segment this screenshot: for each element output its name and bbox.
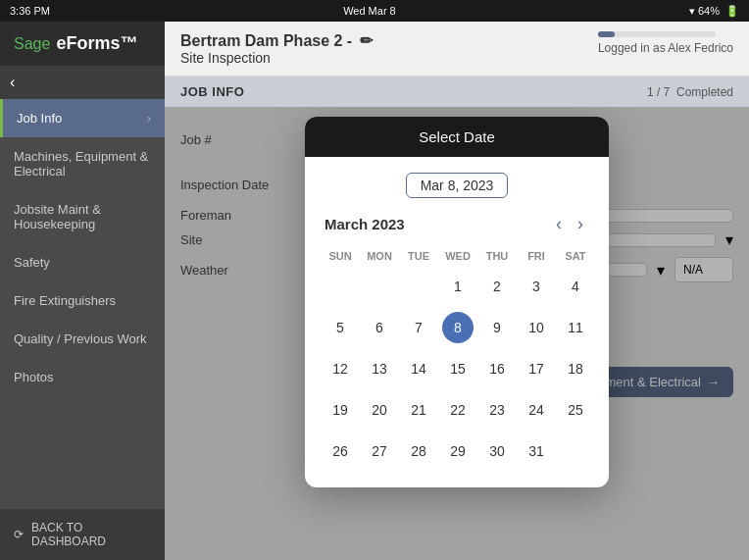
calendar-day-11[interactable]: 11: [556, 307, 595, 348]
calendar-week-row: 262728293031: [321, 431, 595, 472]
calendar-day-30[interactable]: 30: [477, 431, 517, 472]
calendar-empty-cell: [556, 431, 595, 472]
calendar-nav-buttons: ‹ ›: [550, 212, 589, 236]
calendar-day-18[interactable]: 18: [556, 348, 595, 389]
calendar-month-year: March 2023: [325, 216, 405, 232]
wifi-icon: ▾ 64%: [689, 5, 720, 18]
calendar-day-12[interactable]: 12: [321, 348, 360, 389]
calendar-next-button[interactable]: ›: [572, 212, 589, 236]
logo-text: eForms™: [56, 33, 137, 54]
calendar-day-14[interactable]: 14: [399, 348, 438, 389]
status-date: Wed Mar 8: [343, 5, 396, 17]
calendar-day-17[interactable]: 17: [517, 348, 556, 389]
weekday-mon: MON: [360, 246, 399, 266]
sidebar-item-label: Job Info: [17, 111, 62, 126]
calendar-day-29[interactable]: 29: [438, 431, 477, 472]
calendar-prev-button[interactable]: ‹: [550, 212, 568, 236]
selected-date-badge: Mar 8, 2023: [406, 173, 509, 198]
sidebar: Sage eForms™ ‹ Job Info › Machines, Equi…: [0, 22, 165, 560]
logged-in-label: Logged in as Alex Fedrico: [598, 41, 733, 55]
sidebar-item-jobsite[interactable]: Jobsite Maint & Housekeeping: [0, 190, 165, 243]
calendar-week-row: 19202122232425: [321, 389, 595, 431]
sidebar-item-label: Photos: [14, 370, 53, 384]
calendar-overlay: Select Date Mar 8, 2023 March 2023 ‹ ›: [165, 107, 749, 560]
calendar-day-8[interactable]: 8: [438, 307, 477, 348]
calendar-day-20[interactable]: 20: [360, 389, 399, 431]
sidebar-item-label: Safety: [14, 255, 50, 270]
calendar-day-24[interactable]: 24: [517, 389, 556, 431]
calendar-week-row: 1234: [321, 266, 595, 307]
calendar-empty-cell: [321, 266, 360, 307]
battery-icon: 🔋: [725, 5, 739, 18]
sidebar-item-quality[interactable]: Quality / Previous Work: [0, 320, 165, 358]
calendar-day-5[interactable]: 5: [321, 307, 360, 348]
calendar-day-10[interactable]: 10: [517, 307, 556, 348]
header-title: Bertram Dam Phase 2 - ✏: [180, 31, 373, 50]
status-bar: 3:36 PM Wed Mar 8 ▾ 64% 🔋: [0, 0, 749, 22]
header-title-block: Bertram Dam Phase 2 - ✏ Site Inspection: [180, 31, 373, 66]
sidebar-back-nav[interactable]: ‹: [0, 66, 165, 99]
calendar-modal: Select Date Mar 8, 2023 March 2023 ‹ ›: [305, 117, 609, 487]
section-title: JOB INFO: [180, 84, 244, 99]
back-to-dashboard-button[interactable]: ⟳ BACK TO DASHBOARD: [0, 509, 165, 560]
progress-bar: [598, 31, 716, 37]
calendar-day-15[interactable]: 15: [438, 348, 477, 389]
calendar-day-3[interactable]: 3: [517, 266, 556, 307]
app-container: Sage eForms™ ‹ Job Info › Machines, Equi…: [0, 22, 749, 560]
calendar-body: Mar 8, 2023 March 2023 ‹ ›: [305, 157, 609, 487]
calendar-grid: SUN MON TUE WED THU FRI SAT 123: [321, 246, 595, 472]
header-right: Logged in as Alex Fedrico: [598, 31, 733, 55]
dashboard-label: BACK TO DASHBOARD: [31, 521, 151, 548]
edit-icon[interactable]: ✏: [360, 31, 373, 50]
weekday-wed: WED: [438, 246, 477, 266]
sidebar-item-safety[interactable]: Safety: [0, 243, 165, 281]
weekday-sat: SAT: [556, 246, 595, 266]
sidebar-item-machines[interactable]: Machines, Equipment & Electrical: [0, 137, 165, 190]
selected-date-display: Mar 8, 2023: [321, 173, 593, 198]
back-chevron-icon: ‹: [10, 74, 15, 91]
calendar-day-7[interactable]: 7: [399, 307, 438, 348]
calendar-day-16[interactable]: 16: [477, 348, 517, 389]
calendar-week-row: 567891011: [321, 307, 595, 348]
dashboard-icon: ⟳: [14, 528, 24, 541]
calendar-day-31[interactable]: 31: [517, 431, 556, 472]
status-time: 3:36 PM: [10, 5, 50, 17]
calendar-empty-cell: [399, 266, 438, 307]
calendar-day-4[interactable]: 4: [556, 266, 595, 307]
project-title: Bertram Dam Phase 2 -: [180, 32, 352, 50]
sidebar-chevron-icon: ›: [147, 112, 151, 126]
sidebar-item-label: Machines, Equipment & Electrical: [14, 149, 151, 178]
app-header: Bertram Dam Phase 2 - ✏ Site Inspection …: [165, 22, 749, 76]
sidebar-item-fire-extinguishers[interactable]: Fire Extinguishers: [0, 281, 165, 320]
section-info: 1 / 7 Completed: [647, 85, 733, 99]
sidebar-logo: Sage eForms™: [0, 22, 165, 66]
sidebar-item-job-info[interactable]: Job Info ›: [0, 99, 165, 137]
progress-fill: [598, 31, 615, 37]
form-area: Job # 03-006 PGE Line WO#345 ... ▾ Inspe…: [165, 107, 749, 560]
calendar-day-27[interactable]: 27: [360, 431, 399, 472]
calendar-day-22[interactable]: 22: [438, 389, 477, 431]
calendar-day-23[interactable]: 23: [477, 389, 517, 431]
calendar-header: Select Date: [305, 117, 609, 157]
weekday-fri: FRI: [517, 246, 556, 266]
calendar-day-9[interactable]: 9: [477, 307, 517, 348]
sidebar-item-photos[interactable]: Photos: [0, 358, 165, 396]
calendar-day-21[interactable]: 21: [399, 389, 438, 431]
calendar-day-26[interactable]: 26: [321, 431, 360, 472]
calendar-day-25[interactable]: 25: [556, 389, 595, 431]
sidebar-item-label: Jobsite Maint & Housekeeping: [14, 202, 151, 231]
main-content: Bertram Dam Phase 2 - ✏ Site Inspection …: [165, 22, 749, 560]
calendar-week-row: 12131415161718: [321, 348, 595, 389]
calendar-nav: March 2023 ‹ ›: [321, 212, 593, 236]
weekday-tue: TUE: [399, 246, 438, 266]
sidebar-item-label: Quality / Previous Work: [14, 331, 147, 346]
calendar-day-19[interactable]: 19: [321, 389, 360, 431]
calendar-day-2[interactable]: 2: [477, 266, 517, 307]
section-header: JOB INFO 1 / 7 Completed: [165, 76, 749, 107]
calendar-day-28[interactable]: 28: [399, 431, 438, 472]
calendar-day-6[interactable]: 6: [360, 307, 399, 348]
calendar-rows: 1234567891011121314151617181920212223242…: [321, 266, 595, 472]
calendar-weekdays: SUN MON TUE WED THU FRI SAT: [321, 246, 595, 266]
calendar-day-13[interactable]: 13: [360, 348, 399, 389]
calendar-day-1[interactable]: 1: [438, 266, 477, 307]
